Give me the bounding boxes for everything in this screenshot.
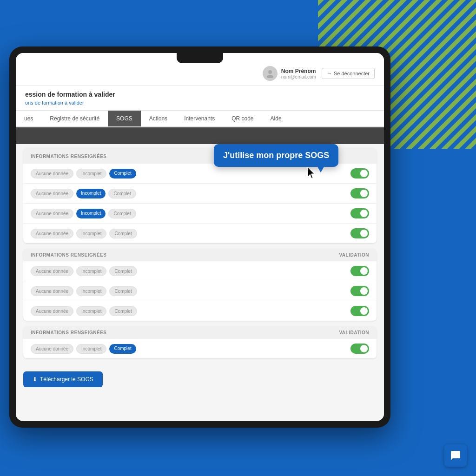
tab-registre[interactable]: Registre de sécurité: [41, 111, 108, 127]
status-badge-complet-active[interactable]: Complet: [109, 344, 136, 354]
toggle-switch[interactable]: [350, 344, 369, 354]
status-badge-incomplet[interactable]: Incomplet: [76, 286, 106, 296]
status-group: Aucune donnée Incomplet Complet: [31, 229, 347, 238]
status-badge-incomplet-active[interactable]: Incomplet: [76, 189, 106, 198]
info-section-2: INFORMATIONS RENSEIGNÉES VALIDATION Aucu…: [23, 249, 377, 321]
status-badge-aucune[interactable]: Aucune donnée: [31, 209, 73, 218]
tab-aide[interactable]: Aide: [262, 111, 290, 127]
toggle-switch[interactable]: [350, 266, 369, 276]
status-group: Aucune donnée Incomplet Complet: [31, 286, 347, 296]
tablet-screen: Nom Prénom nom@email.com → Se déconnecte…: [16, 53, 384, 421]
toggle-switch[interactable]: [350, 188, 369, 198]
dark-toolbar: [16, 127, 384, 144]
section3-validation-label: VALIDATION: [339, 330, 369, 335]
toggle-knob: [360, 267, 368, 275]
tab-ues[interactable]: ues: [16, 111, 41, 127]
toggle-knob: [360, 307, 368, 315]
toggle-switch[interactable]: [350, 286, 369, 296]
toggle-switch[interactable]: [350, 168, 369, 178]
toggle-switch[interactable]: [350, 208, 369, 218]
section1-header-label: INFORMATIONS RENSEIGNÉES: [31, 154, 107, 159]
status-badge-complet[interactable]: Complet: [108, 209, 136, 218]
status-badge-aucune[interactable]: Aucune donnée: [31, 344, 73, 354]
section2-header-label: INFORMATIONS RENSEIGNÉES: [31, 252, 107, 258]
toggle-knob: [360, 210, 368, 217]
content-area: INFORMATIONS RENSEIGNÉES Aucune donnée I…: [16, 144, 384, 419]
user-email: nom@email.com: [281, 74, 316, 79]
status-badge-incomplet[interactable]: Incomplet: [76, 229, 106, 238]
status-badge-incomplet[interactable]: Incomplet: [76, 344, 106, 354]
logout-label: Se déconnecter: [334, 71, 370, 76]
user-text-block: Nom Prénom nom@email.com: [281, 68, 316, 79]
status-badge-complet[interactable]: Complet: [108, 189, 136, 198]
download-label: Télécharger le SOGS: [40, 376, 93, 383]
breadcrumb[interactable]: ons de formation à valider: [25, 100, 84, 106]
toggle-knob: [360, 287, 368, 295]
download-icon: ⬇: [33, 376, 37, 383]
status-badge-complet[interactable]: Complet: [109, 286, 137, 296]
status-group: Aucune donnée Incomplet Complet: [31, 306, 347, 316]
tooltip-bubble: J'utilise mon propre SOGS: [214, 144, 338, 167]
status-badge-aucune[interactable]: Aucune donnée: [31, 286, 73, 296]
avatar: [263, 66, 278, 81]
table-row: Aucune donnée Incomplet Complet: [23, 261, 377, 281]
tab-intervenants[interactable]: Intervenants: [176, 111, 223, 127]
status-group: Aucune donnée Incomplet Complet: [31, 169, 347, 178]
status-badge-complet[interactable]: Complet: [109, 306, 137, 316]
section3-header: INFORMATIONS RENSEIGNÉES VALIDATION: [23, 326, 377, 339]
status-group: Aucune donnée Incomplet Complet: [31, 209, 347, 218]
download-section: ⬇ Télécharger le SOGS: [23, 364, 377, 395]
table-row: Aucune donnée Incomplet Complet: [23, 184, 377, 204]
status-badge-complet[interactable]: Complet: [109, 169, 136, 178]
cursor-arrow: [307, 166, 318, 180]
tab-actions[interactable]: Actions: [141, 111, 176, 127]
status-badge-complet[interactable]: Complet: [109, 229, 137, 238]
svg-point-4: [267, 75, 273, 78]
table-row: Aucune donnée Incomplet Complet: [23, 204, 377, 224]
table-row: Aucune donnée Incomplet Complet: [23, 339, 377, 358]
svg-point-3: [268, 70, 272, 74]
user-name: Nom Prénom: [281, 68, 316, 74]
tablet-notch: [177, 53, 223, 63]
toggle-knob: [360, 345, 368, 352]
page-title-area: ession de formation à valider ons de for…: [16, 86, 384, 111]
status-badge-incomplet-active[interactable]: Incomplet: [76, 209, 106, 218]
status-badge-aucune[interactable]: Aucune donnée: [31, 229, 73, 238]
table-row: Aucune donnée Incomplet Complet: [23, 224, 377, 243]
tablet-frame: Nom Prénom nom@email.com → Se déconnecte…: [9, 46, 390, 428]
section2-validation-label: VALIDATION: [339, 252, 369, 258]
tooltip-text: J'utilise mon propre SOGS: [223, 151, 329, 160]
tab-sogs[interactable]: SOGS: [108, 111, 141, 127]
status-group: Aucune donnée Incomplet Complet: [31, 344, 347, 354]
status-badge-aucune[interactable]: Aucune donnée: [31, 266, 73, 276]
toggle-knob: [360, 230, 368, 237]
logout-icon: →: [327, 71, 332, 76]
section3-header-label: INFORMATIONS RENSEIGNÉES: [31, 330, 107, 335]
status-badge-incomplet[interactable]: Incomplet: [76, 266, 106, 276]
user-info: Nom Prénom nom@email.com: [263, 66, 316, 81]
status-badge-aucune[interactable]: Aucune donnée: [31, 189, 73, 198]
section2-header: INFORMATIONS RENSEIGNÉES VALIDATION: [23, 249, 377, 261]
logout-button[interactable]: → Se déconnecter: [322, 68, 375, 79]
page-title: ession de formation à valider: [25, 91, 375, 98]
status-badge-incomplet[interactable]: Incomplet: [76, 169, 106, 178]
status-badge-aucune[interactable]: Aucune donnée: [31, 169, 73, 178]
toggle-switch[interactable]: [350, 306, 369, 316]
tab-qrcode[interactable]: QR code: [223, 111, 262, 127]
status-group: Aucune donnée Incomplet Complet: [31, 189, 347, 198]
download-button[interactable]: ⬇ Télécharger le SOGS: [23, 371, 103, 387]
table-row: Aucune donnée Incomplet Complet: [23, 281, 377, 301]
navigation-tabs: ues Registre de sécurité SOGS Actions In…: [16, 111, 384, 127]
message-icon[interactable]: [444, 444, 467, 467]
toggle-switch[interactable]: [350, 228, 369, 238]
status-badge-complet[interactable]: Complet: [109, 266, 137, 276]
table-row: Aucune donnée Incomplet Complet: [23, 301, 377, 321]
toggle-knob: [360, 170, 368, 177]
status-group: Aucune donnée Incomplet Complet: [31, 266, 347, 276]
status-badge-aucune[interactable]: Aucune donnée: [31, 306, 73, 316]
status-badge-incomplet[interactable]: Incomplet: [76, 306, 106, 316]
info-section-3: INFORMATIONS RENSEIGNÉES VALIDATION Aucu…: [23, 326, 377, 358]
toggle-knob: [360, 190, 368, 197]
